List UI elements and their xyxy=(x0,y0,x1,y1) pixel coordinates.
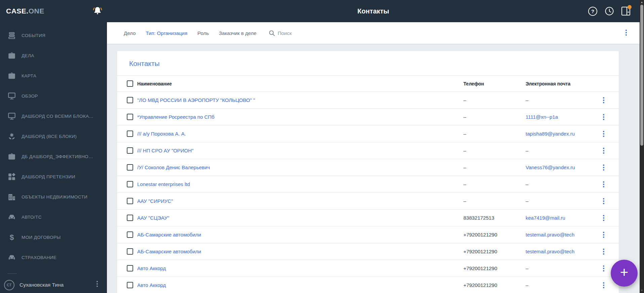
row-menu-dots-icon[interactable] xyxy=(603,114,604,120)
sidebar-item-label: ДАШБОРД ПРЕТЕНЗИИ xyxy=(22,174,75,179)
panel-tick xyxy=(628,12,629,12)
row-checkbox[interactable] xyxy=(127,248,133,255)
row-menu-dots-icon[interactable] xyxy=(603,164,604,171)
contact-name-link[interactable]: /// а/у Порохова А. А. xyxy=(137,125,186,142)
contact-name-link[interactable]: Авто Аккорд xyxy=(137,277,166,293)
contact-name-link[interactable]: *Управление Росреестра по СПб xyxy=(137,109,215,125)
sidebar-item-12[interactable]: СТРАХОВАНИЕ xyxy=(0,247,107,267)
help-icon[interactable]: ? xyxy=(588,7,597,16)
sidebar-item-6[interactable]: ДАШБОРД (ВСЕ БЛОКИ) xyxy=(0,126,107,146)
row-menu-dots-icon[interactable] xyxy=(603,198,604,204)
contact-name-link[interactable]: "ЛО МВД РОССИИ В АЭРОПОРТУ "КОЛЬЦОВО" " xyxy=(137,92,255,109)
contact-email-link[interactable]: Vaness76@yandex.ru xyxy=(526,159,575,176)
car-icon xyxy=(7,213,16,221)
contact-name-link[interactable]: ААУ "СЦЭАУ" xyxy=(137,210,169,226)
row-menu-dots-icon[interactable] xyxy=(603,97,604,103)
contact-name-link[interactable]: АБ-Самарские автомобили xyxy=(137,226,201,243)
contact-name-link[interactable]: АБ-Самарские автомобили xyxy=(137,243,201,260)
filter-chip-3[interactable]: Роль xyxy=(197,30,209,36)
layout-panel-icon[interactable] xyxy=(621,7,630,15)
row-checkbox[interactable] xyxy=(127,164,133,171)
row-menu-dots-icon[interactable] xyxy=(603,249,604,255)
row-menu-dots-icon[interactable] xyxy=(603,265,604,271)
row-checkbox[interactable] xyxy=(127,131,133,137)
user-row[interactable]: СТ Сухановская Тина xyxy=(0,277,107,293)
logo-secondary: ONE xyxy=(29,7,44,15)
row-menu-dots-icon[interactable] xyxy=(603,232,604,238)
select-all-checkbox[interactable] xyxy=(127,80,133,87)
contact-email: – xyxy=(526,92,528,109)
contact-name-link[interactable]: Авто Аккорд xyxy=(137,260,166,277)
notification-bell-icon[interactable] xyxy=(91,5,104,17)
contact-email: – xyxy=(526,193,528,210)
row-checkbox[interactable] xyxy=(127,114,133,120)
contact-email-link[interactable]: 1111@xn--p1a xyxy=(526,109,558,125)
row-checkbox[interactable] xyxy=(127,181,133,187)
row-menu-dots-icon[interactable] xyxy=(603,282,604,288)
filter-menu-dots-icon[interactable] xyxy=(626,30,627,36)
row-checkbox[interactable] xyxy=(127,215,133,221)
add-contact-fab-button[interactable]: + xyxy=(611,260,638,287)
scrollbar-thumb[interactable] xyxy=(640,5,643,146)
contact-phone: – xyxy=(463,92,466,109)
sidebar-item-11[interactable]: $МОИ ДОГОВОРЫ xyxy=(0,227,107,247)
table-row: АБ-Самарские автомобили+79200121290teste… xyxy=(117,243,619,260)
row-checkbox[interactable] xyxy=(127,231,133,238)
vertical-scrollbar[interactable]: ▲ ▼ xyxy=(640,0,644,293)
contact-email-link[interactable]: kea7419@mail.ru xyxy=(526,210,565,226)
row-menu-dots-icon[interactable] xyxy=(603,131,604,137)
column-header-name: Наименование xyxy=(137,76,172,92)
contact-phone: +79200121290 xyxy=(463,226,497,243)
table-body: "ЛО МВД РОССИИ В АЭРОПОРТУ "КОЛЬЦОВО" "–… xyxy=(117,92,619,293)
row-checkbox[interactable] xyxy=(127,282,133,288)
search-box xyxy=(269,30,328,36)
search-input[interactable] xyxy=(278,30,328,36)
history-clock-icon[interactable] xyxy=(605,6,614,16)
contact-email-link[interactable]: testemail.pravo@tech xyxy=(526,243,574,260)
user-menu-dots-icon[interactable] xyxy=(97,281,98,287)
row-checkbox[interactable] xyxy=(127,147,133,154)
contact-name-link[interactable]: /// НП СРО АУ "ОРИОН" xyxy=(137,142,193,159)
contact-email-link[interactable]: tapisha89@yandex.ru xyxy=(526,125,575,142)
sidebar-item-3[interactable]: КАРТА xyxy=(0,66,107,86)
table-row: /// НП СРО АУ "ОРИОН"–– xyxy=(117,142,619,159)
top-bar: CASE.ONE Контакты ? xyxy=(0,0,644,22)
filter-chip-2[interactable]: Тип: Организация xyxy=(146,30,187,36)
row-checkbox[interactable] xyxy=(127,97,133,103)
sidebar-item-7[interactable]: ДБ ДАШБОРД_ЭФФЕКТИВНО… xyxy=(0,146,107,167)
notification-badge-dot xyxy=(628,5,632,9)
row-checkbox[interactable] xyxy=(127,265,133,271)
sidebar-item-4[interactable]: ОБЗОР xyxy=(0,86,107,106)
sidebar-item-8[interactable]: ДАШБОРД ПРЕТЕНЗИИ xyxy=(0,167,107,187)
sidebar-item-label: ОБЗОР xyxy=(22,94,38,99)
scroll-up-arrow-icon[interactable]: ▲ xyxy=(640,0,644,4)
filter-chip-4[interactable]: Заказчик в деле xyxy=(219,30,257,36)
sidebar-item-label: АВТО/ТС xyxy=(22,215,42,220)
filter-chip-1[interactable]: Дело xyxy=(124,30,136,36)
row-menu-dots-icon[interactable] xyxy=(603,148,604,154)
sidebar-item-9[interactable]: ОБЪЕКТЫ НЕДВИЖИМОСТИ xyxy=(0,187,107,207)
sidebar-item-2[interactable]: ДЕЛА xyxy=(0,45,107,66)
row-menu-dots-icon[interactable] xyxy=(603,181,604,187)
sidebar-item-10[interactable]: АВТО/ТС xyxy=(0,207,107,227)
contact-email-link[interactable]: testemail.pravo@tech xyxy=(526,226,574,243)
user-name: Сухановская Тина xyxy=(20,282,64,288)
contact-name-link[interactable]: ААУ "СИРИУС" xyxy=(137,193,173,210)
table-row: Lonestar enterprises ltd–– xyxy=(117,176,619,193)
avatar: СТ xyxy=(4,280,14,290)
events-icon xyxy=(7,31,16,40)
row-menu-dots-icon[interactable] xyxy=(603,215,604,221)
scroll-down-arrow-icon[interactable]: ▼ xyxy=(640,289,644,293)
table-row: Авто Аккорд+79200121290– xyxy=(117,277,619,293)
sidebar-item-5[interactable]: ДАШБОРД СО ВСЕМИ БЛОКА… xyxy=(0,106,107,126)
table-row: /У/ Соколов Денис Валерьевич–Vaness76@ya… xyxy=(117,159,619,176)
car-icon xyxy=(7,253,16,262)
contact-phone: – xyxy=(463,176,466,193)
sidebar-item-label: ДАШБОРД СО ВСЕМИ БЛОКА… xyxy=(22,114,93,119)
contact-name-link[interactable]: /У/ Соколов Денис Валерьевич xyxy=(137,159,210,176)
row-checkbox[interactable] xyxy=(127,198,133,204)
table-row: ААУ "СИРИУС"–– xyxy=(117,193,619,210)
sidebar-item-1[interactable]: СОБЫТИЯ xyxy=(0,25,107,45)
contact-name-link[interactable]: Lonestar enterprises ltd xyxy=(137,176,190,193)
contact-phone: – xyxy=(463,193,466,210)
